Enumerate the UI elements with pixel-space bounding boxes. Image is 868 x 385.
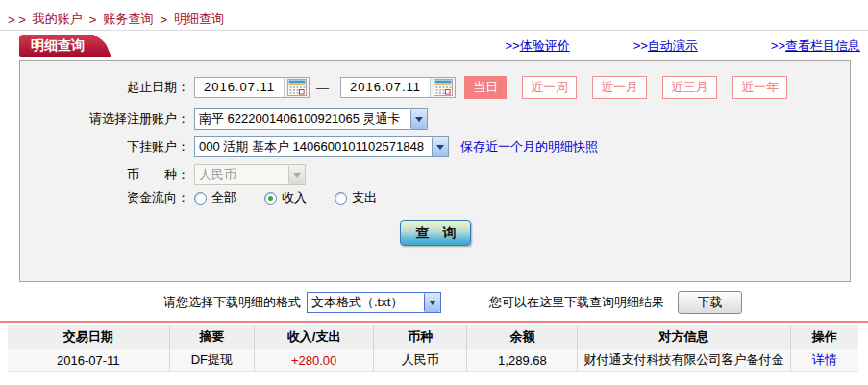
- registered-account-label: 请选择注册账户：: [20, 110, 189, 128]
- flow-radio-group: 全部 收入 支出: [189, 189, 400, 206]
- cell-action: 详情: [790, 349, 858, 372]
- calendar-icon[interactable]: [284, 78, 309, 97]
- chevron-down-icon: [288, 165, 305, 184]
- table-header-row: 交易日期 摘要 收入/支出 币种 余额 对方信息 操作: [8, 325, 858, 349]
- chevron-down-icon[interactable]: [432, 137, 448, 156]
- breadcrumb-separator: >: [160, 12, 167, 27]
- calendar-icon[interactable]: [430, 78, 455, 97]
- flow-radio-income-label: 收入: [282, 189, 307, 206]
- breadcrumb-item-detail-query[interactable]: 明细查询: [174, 11, 224, 28]
- cell-trade-date: 2016-07-11: [8, 349, 169, 372]
- flow-radio-income[interactable]: [264, 192, 277, 205]
- header-balance: 余额: [467, 325, 578, 349]
- link-experience-rating[interactable]: >>体验评价: [505, 37, 569, 55]
- chevron-down-icon[interactable]: [424, 293, 440, 312]
- link-view-column-info[interactable]: >>查看栏目信息: [771, 37, 860, 55]
- header-trade-date: 交易日期: [8, 325, 169, 349]
- sub-account-value: 000 活期 基本户 1406600101102571848: [195, 137, 432, 156]
- cell-summary: DF提现: [169, 349, 255, 372]
- link-auto-demo[interactable]: >>自动演示: [633, 37, 698, 55]
- sub-account-label: 下挂账户：: [20, 138, 189, 156]
- red-divider: [0, 321, 868, 323]
- download-format-value: 文本格式（.txt）: [308, 293, 424, 312]
- currency-select: 人民币: [194, 164, 306, 185]
- quick-range-month-button[interactable]: 近一月: [592, 76, 647, 99]
- cell-counterparty: 财付通支付科技有限公司客户备付金: [578, 349, 790, 372]
- header-summary: 摘要: [169, 325, 255, 349]
- date-from-value[interactable]: 2016.07.11: [195, 78, 284, 97]
- currency-label: 币 种：: [20, 166, 189, 183]
- date-range-dash: —: [316, 81, 329, 95]
- currency-value: 人民币: [195, 165, 288, 184]
- chevron-down-icon[interactable]: [410, 109, 427, 129]
- header-currency: 币种: [374, 325, 467, 349]
- calendar-icon: [287, 79, 307, 96]
- breadcrumb-separator: >: [89, 12, 97, 27]
- flow-radio-expense-label: 支出: [352, 189, 377, 206]
- quick-range-year-button[interactable]: 近一年: [732, 76, 787, 99]
- registered-account-select[interactable]: 南平 6222001406100921065 灵通卡: [194, 108, 428, 130]
- section-header: 明细查询 >>体验评价 >>自动演示 >>查看栏目信息: [0, 35, 868, 57]
- breadcrumb-item-my-account[interactable]: 我的账户: [33, 11, 83, 28]
- download-row: 请您选择下载明细的格式 文本格式（.txt） 您可以在这里下载查询明细结果 下载: [0, 291, 868, 314]
- registered-account-value: 南平 6222001406100921065 灵通卡: [195, 109, 410, 129]
- tab-detail-query: 明细查询: [19, 35, 94, 57]
- date-range-label: 起止日期：: [20, 79, 189, 96]
- query-button[interactable]: 查 询: [400, 220, 471, 246]
- download-format-label: 请您选择下载明细的格式: [163, 294, 301, 311]
- quick-range-today-button[interactable]: 当日: [464, 76, 507, 99]
- flow-radio-expense[interactable]: [335, 192, 347, 205]
- sub-account-select[interactable]: 000 活期 基本户 1406600101102571848: [194, 136, 449, 157]
- download-button[interactable]: 下载: [678, 291, 742, 314]
- table-row: 2016-07-11 DF提现 +280.00 人民币 1,289.68 财付通…: [8, 349, 858, 372]
- transaction-table: 交易日期 摘要 收入/支出 币种 余额 对方信息 操作 2016-07-11 D…: [8, 325, 858, 372]
- download-hint: 您可以在这里下载查询明细结果: [489, 294, 664, 311]
- quick-range-3months-button[interactable]: 近三月: [662, 76, 717, 99]
- header-amount: 收入/支出: [255, 325, 374, 349]
- flow-label: 资金流向：: [20, 189, 189, 206]
- date-from-field[interactable]: 2016.07.11: [194, 77, 310, 98]
- header-counterparty: 对方信息: [578, 325, 790, 349]
- breadcrumb-prefix: > >: [8, 12, 26, 27]
- calendar-icon: [434, 79, 453, 96]
- cell-amount: +280.00: [255, 349, 374, 372]
- breadcrumb: > > 我的账户 > 账务查询 > 明细查询: [0, 0, 868, 31]
- save-monthly-snapshot-link[interactable]: 保存近一个月的明细快照: [460, 138, 598, 156]
- flow-radio-all[interactable]: [194, 192, 207, 205]
- flow-radio-all-label: 全部: [211, 189, 236, 206]
- cell-balance: 1,289.68: [467, 349, 578, 372]
- cell-currency: 人民币: [374, 349, 467, 372]
- date-to-value[interactable]: 2016.07.11: [341, 78, 430, 97]
- quick-range-week-button[interactable]: 近一周: [522, 76, 577, 99]
- top-links: >>体验评价 >>自动演示 >>查看栏目信息: [505, 37, 860, 55]
- breadcrumb-item-account-query[interactable]: 账务查询: [103, 11, 153, 28]
- detail-link[interactable]: 详情: [812, 352, 837, 367]
- header-action: 操作: [790, 325, 858, 349]
- tab-label: 明细查询: [31, 37, 85, 53]
- query-form-panel: 起止日期： 2016.07.11 — 2016.07.11: [19, 60, 851, 282]
- download-format-select[interactable]: 文本格式（.txt）: [307, 292, 441, 313]
- date-to-field[interactable]: 2016.07.11: [340, 77, 456, 98]
